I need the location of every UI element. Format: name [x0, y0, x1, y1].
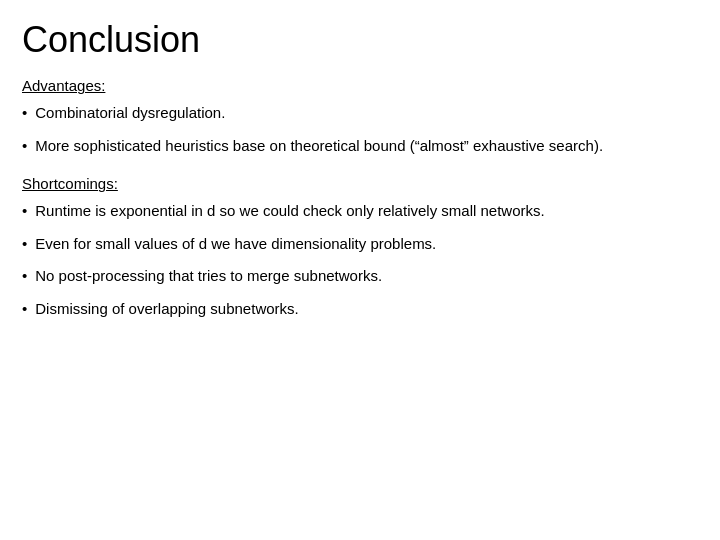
list-item: • Runtime is exponential in d so we coul… [22, 200, 698, 223]
list-item: • Even for small values of d we have dim… [22, 233, 698, 256]
shortcomings-item-4: Dismissing of overlapping subnetworks. [35, 298, 698, 321]
bullet-icon: • [22, 233, 27, 256]
advantages-section: Advantages: • Combinatorial dysregulatio… [22, 77, 698, 157]
bullet-icon: • [22, 200, 27, 223]
advantages-label: Advantages: [22, 77, 698, 94]
bullet-icon: • [22, 102, 27, 125]
page-title: Conclusion [22, 18, 698, 61]
bullet-icon: • [22, 265, 27, 288]
list-item: • Dismissing of overlapping subnetworks. [22, 298, 698, 321]
advantages-item-1: Combinatorial dysregulation. [35, 102, 698, 125]
main-container: Conclusion Advantages: • Combinatorial d… [0, 0, 720, 356]
advantages-item-2: More sophisticated heuristics base on th… [35, 135, 698, 158]
shortcomings-list: • Runtime is exponential in d so we coul… [22, 200, 698, 320]
list-item: • More sophisticated heuristics base on … [22, 135, 698, 158]
list-item: • No post-processing that tries to merge… [22, 265, 698, 288]
shortcomings-item-3: No post-processing that tries to merge s… [35, 265, 698, 288]
bullet-icon: • [22, 135, 27, 158]
shortcomings-label: Shortcomings: [22, 175, 698, 192]
shortcomings-item-1: Runtime is exponential in d so we could … [35, 200, 698, 223]
advantages-list: • Combinatorial dysregulation. • More so… [22, 102, 698, 157]
shortcomings-section: Shortcomings: • Runtime is exponential i… [22, 175, 698, 320]
bullet-icon: • [22, 298, 27, 321]
shortcomings-item-2: Even for small values of d we have dimen… [35, 233, 698, 256]
list-item: • Combinatorial dysregulation. [22, 102, 698, 125]
